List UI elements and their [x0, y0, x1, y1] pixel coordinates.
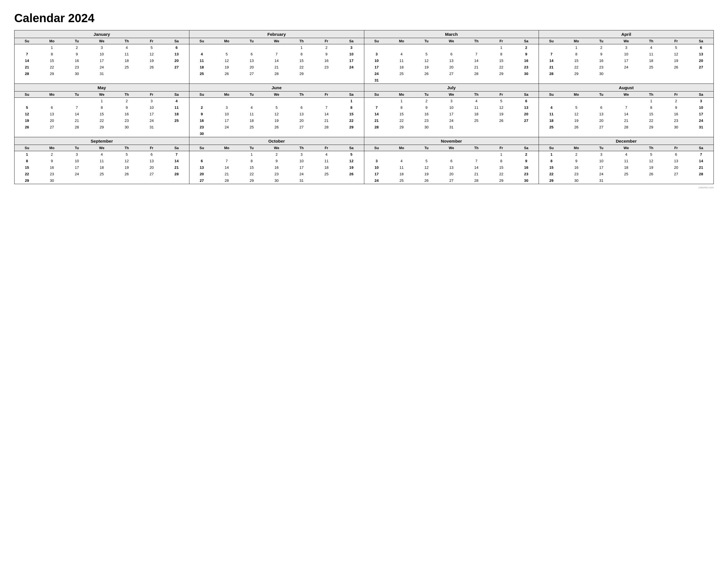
day-cell: 27: [688, 64, 713, 71]
day-cell: 8: [289, 51, 314, 57]
day-cell: 20: [289, 117, 314, 124]
day-cell: 2: [114, 98, 139, 105]
day-cell: 28: [314, 124, 339, 130]
day-cell: 18: [164, 111, 189, 117]
day-cell: 18: [639, 57, 664, 64]
day-cell: 22: [239, 171, 264, 177]
day-cell: 1: [639, 98, 664, 105]
day-cell: 29: [15, 177, 40, 184]
table-row: 1234: [15, 98, 189, 105]
day-cell: 3: [64, 151, 89, 158]
table-row: 17181920212223: [364, 64, 539, 71]
day-header-fr: Fr: [489, 38, 514, 44]
day-cell: [189, 98, 214, 105]
day-cell: 27: [589, 124, 614, 130]
day-cell: 9: [64, 51, 89, 57]
day-cell: [239, 44, 264, 51]
day-header-fr: Fr: [139, 38, 164, 44]
day-cell: 27: [439, 177, 464, 184]
day-header-we: We: [264, 92, 289, 98]
day-cell: 23: [264, 171, 289, 177]
day-cell: 26: [414, 71, 439, 77]
day-cell: 29: [539, 177, 564, 184]
day-cell: 6: [189, 158, 214, 164]
table-row: 78910111213: [15, 51, 189, 57]
day-cell: 1: [289, 44, 314, 51]
day-cell: 3: [439, 98, 464, 105]
day-cell: [214, 130, 239, 137]
day-header-tu: Tu: [589, 92, 614, 98]
table-row: 45678910: [539, 104, 713, 111]
day-cell: 19: [264, 117, 289, 124]
table-row: 78910111213: [539, 51, 713, 57]
day-header-fr: Fr: [489, 92, 514, 98]
day-header-tu: Tu: [414, 92, 439, 98]
day-header-sa: Sa: [164, 38, 189, 44]
day-cell: 22: [289, 64, 314, 71]
day-header-sa: Sa: [339, 38, 364, 44]
table-row: 16171819202122: [189, 117, 364, 124]
day-cell: [264, 130, 289, 137]
day-header-mo: Mo: [564, 92, 589, 98]
day-cell: 9: [514, 51, 539, 57]
day-cell: 1: [239, 151, 264, 158]
day-header-su: Su: [539, 145, 564, 151]
day-cell: 23: [564, 171, 589, 177]
day-header-tu: Tu: [589, 145, 614, 151]
calendar-grid: JanuarySuMoTuWeThFrSa1234567891011121314…: [14, 30, 714, 184]
day-header-th: Th: [289, 38, 314, 44]
day-cell: 21: [464, 64, 489, 71]
table-row: 17181920212223: [364, 171, 539, 177]
day-cell: 4: [89, 151, 114, 158]
day-cell: 28: [539, 71, 564, 77]
table-row: 123: [539, 98, 713, 105]
day-cell: 24: [64, 171, 89, 177]
month-block-february: FebruarySuMoTuWeThFrSa123456789101112131…: [189, 30, 364, 84]
day-cell: [15, 98, 40, 105]
day-cell: 4: [639, 44, 664, 51]
day-cell: 19: [489, 111, 514, 117]
day-cell: 24: [364, 71, 389, 77]
day-cell: 7: [464, 158, 489, 164]
day-header-mo: Mo: [40, 145, 65, 151]
day-header-tu: Tu: [239, 38, 264, 44]
day-cell: 31: [89, 71, 114, 77]
day-header-we: We: [264, 38, 289, 44]
day-cell: 8: [539, 158, 564, 164]
day-cell: 7: [314, 104, 339, 111]
day-cell: 28: [164, 171, 189, 177]
day-cell: [414, 77, 439, 84]
day-cell: 10: [364, 57, 389, 64]
day-cell: 27: [289, 124, 314, 130]
table-row: 2728293031: [189, 177, 364, 184]
day-cell: [389, 151, 414, 158]
day-cell: 2: [664, 98, 689, 105]
day-cell: 14: [539, 57, 564, 64]
day-cell: 16: [564, 164, 589, 171]
day-cell: 14: [464, 164, 489, 171]
day-cell: 26: [214, 71, 239, 77]
day-cell: [264, 98, 289, 105]
table-row: 891011121314: [539, 158, 713, 164]
month-table: SuMoTuWeThFrSa12345678910111213141516171…: [364, 38, 539, 84]
day-cell: 2: [64, 44, 89, 51]
day-cell: [139, 71, 164, 77]
day-cell: [439, 151, 464, 158]
day-cell: 7: [64, 104, 89, 111]
day-cell: 26: [639, 171, 664, 177]
day-cell: 28: [15, 71, 40, 77]
day-cell: 6: [439, 158, 464, 164]
day-cell: 17: [364, 64, 389, 71]
table-row: 18192021222324: [539, 117, 713, 124]
day-header-fr: Fr: [489, 145, 514, 151]
table-row: 45678910: [189, 51, 364, 57]
day-cell: 13: [289, 111, 314, 117]
day-cell: 9: [189, 111, 214, 117]
month-block-january: JanuarySuMoTuWeThFrSa1234567891011121314…: [15, 30, 189, 84]
day-cell: 25: [89, 171, 114, 177]
day-cell: 11: [314, 158, 339, 164]
day-cell: 14: [264, 57, 289, 64]
table-row: 28293031: [364, 124, 539, 130]
day-cell: 28: [214, 177, 239, 184]
day-cell: 11: [539, 111, 564, 117]
